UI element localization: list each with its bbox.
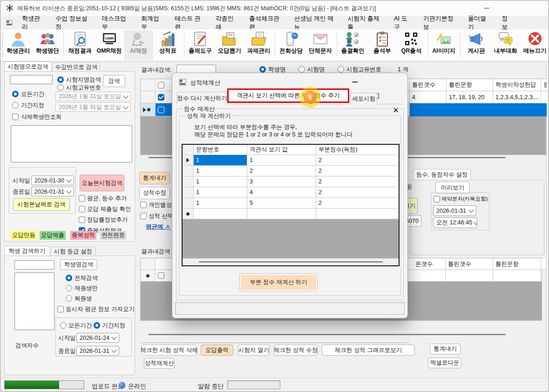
pgrid-r3-c0[interactable]: 1 — [194, 187, 247, 198]
reserve-date-combo[interactable]: 2026-01-31 — [433, 205, 476, 216]
toolbar-attendance-book-button[interactable]: 출석부 — [367, 30, 397, 60]
toolbar-close-menu-button[interactable]: 메뉴끄기 — [520, 30, 549, 60]
pgrid-newrow-c2[interactable] — [316, 209, 399, 219]
pgrid-r3-sel[interactable] — [183, 187, 194, 198]
toolbar-phone-counsel-button[interactable]: 전화상담 — [277, 30, 306, 60]
tab-search-by-class[interactable]: 수강반으로 검색 — [53, 62, 100, 72]
toolbar-exam-tool-button[interactable]: 출제도구 — [186, 30, 215, 60]
student-name-radio[interactable] — [259, 66, 266, 73]
pgrid-r4-c0[interactable]: 1 — [194, 198, 247, 209]
graph-checked-score-button[interactable]: 체크한 성적 그래프로보기 — [322, 345, 415, 356]
pgrid-r1-c1[interactable]: 2 — [247, 166, 316, 176]
s-period-set-radio[interactable] — [94, 322, 100, 329]
withdrawn-radio[interactable] — [66, 295, 72, 302]
reserve-sms-checkbox[interactable] — [434, 196, 440, 203]
newrow-selector-cell[interactable] — [141, 103, 156, 116]
s-end-combo[interactable]: 2026-01-31 — [76, 346, 119, 356]
exam-name-radio[interactable] — [57, 76, 64, 83]
grid2-header-wrong-items[interactable]: 틀린문항 — [493, 258, 541, 270]
header-checkbox[interactable] — [158, 82, 164, 88]
row1-checkbox[interactable] — [158, 94, 164, 101]
pgrid-newrow-c1[interactable] — [247, 209, 316, 219]
pgrid-r3-c2[interactable]: 2 — [316, 187, 399, 198]
pgrid-newrow-c0[interactable] — [194, 209, 247, 219]
menu-item-print[interactable]: 각종인쇄 — [210, 14, 244, 31]
newrow-checkbox[interactable] — [158, 107, 164, 113]
pgrid-r4-c2[interactable]: 2 — [316, 198, 399, 209]
exam-name-radio2[interactable] — [298, 66, 305, 73]
stats-button[interactable]: 통계내기 — [139, 172, 170, 184]
start-date-combo[interactable]: 2026-01-30 — [31, 176, 74, 185]
grid-header-student-answers[interactable]: 학생이작성한답 — [493, 79, 541, 91]
delete-checked-score-button[interactable]: 체크한 시험 성적 삭제 — [142, 345, 197, 356]
menu-item-desk[interactable]: 데스크업무 — [96, 14, 136, 31]
enrolled-radio[interactable] — [66, 285, 72, 291]
grid-header-wrong-items[interactable]: 틀린문항 — [447, 79, 493, 91]
today-exam-search-button[interactable]: 오늘본시험검색 — [80, 175, 124, 191]
edit-checked-score-button[interactable]: 체크한 성적 수정 — [274, 345, 318, 356]
toolbar-internal-chat-button[interactable]: 내부대화 — [491, 30, 520, 60]
avg-info-checkbox[interactable] — [57, 306, 64, 312]
toolbar-wrong-answer-button[interactable]: 오답뽑기 — [215, 30, 244, 60]
menu-item-attendance[interactable]: 출석체크관련 — [244, 14, 288, 31]
menu-item-teacher-menu[interactable]: 선생님 개인 메뉴 — [288, 14, 342, 31]
search-by-exam-date-button[interactable]: 시험본날짜로 검색 — [13, 198, 70, 211]
toolbar-report-card-button[interactable]: 성적표 — [153, 30, 183, 60]
pgrid-r4-sel[interactable] — [183, 198, 194, 209]
grid2-header-wrong-count[interactable]: 틀린갯수 — [446, 258, 493, 270]
all-students-radio[interactable] — [66, 275, 72, 281]
tab-search-by-exam-name[interactable]: 시험명으로검색 — [4, 61, 52, 72]
pgrid-r2-c1[interactable]: 3 — [247, 176, 316, 187]
toolbar-student-list-button[interactable]: 학생명단 — [33, 30, 62, 60]
stats-button-2[interactable]: 통계내기 — [430, 344, 461, 354]
open-exam-paper-button[interactable]: 시험지 열기 — [238, 345, 270, 356]
period-set-radio[interactable] — [12, 102, 19, 108]
pgrid-header-choice[interactable]: 객관식 보기 값 — [247, 145, 316, 155]
dialog-tab-partial-score[interactable]: 객관시 보기 선택에 따른 부분 점수 주기 — [229, 90, 348, 101]
exam-id-radio[interactable] — [57, 84, 64, 91]
exam-listbox[interactable] — [11, 125, 132, 162]
dialog-minimize-icon[interactable] — [346, 75, 364, 89]
exam-name-input[interactable] — [10, 75, 53, 84]
avg-rank-add-checkbox[interactable] — [79, 195, 85, 202]
wrong-answer-print-button[interactable]: 오답출력 — [201, 345, 233, 356]
period-end-combo[interactable]: 2026년 1월 31일 토요일 — [55, 102, 131, 112]
menu-item-open-folder[interactable]: 폴더열기 — [462, 14, 496, 31]
search-button[interactable]: 검색 — [103, 75, 125, 87]
row-selector-cell[interactable] — [141, 91, 156, 103]
excel-download-button[interactable]: 엑셀로다운 — [428, 358, 461, 368]
student-listbox[interactable] — [14, 272, 54, 330]
row-check-cell[interactable] — [156, 91, 172, 103]
dialog-tab-cell-exam[interactable]: 세포시험 — [350, 93, 377, 104]
toolbar-attendance-check-button[interactable]: 출결확인 — [338, 30, 367, 60]
pgrid-r2-sel[interactable] — [183, 176, 194, 187]
menu-item-org-info[interactable]: 기관기본정보 — [418, 14, 462, 31]
pgrid-r2-c2[interactable]: 2 — [316, 176, 399, 187]
all-period-radio[interactable] — [12, 91, 19, 97]
average-link[interactable]: 평균에 ㅅ — [146, 223, 172, 231]
pgrid-r2-c0[interactable]: 1 — [194, 176, 247, 187]
pgrid-header-partial[interactable]: 부분점수(득점) — [316, 145, 399, 155]
menu-item-students[interactable]: 학생관리 — [16, 14, 50, 31]
menu-item-exam-tool[interactable]: 시험지 출제툴 — [342, 14, 388, 31]
toolbar-omr-grading-button[interactable]: OMR OMR채점 — [95, 30, 124, 60]
tab-student-search[interactable]: 학생 검색하기 — [4, 246, 50, 256]
pgrid-r3-c1[interactable]: 4 — [247, 187, 316, 198]
reserve-time-combo[interactable]: 오전 12:46:45 — [433, 217, 477, 228]
period-start-combo[interactable]: 2026년 1월 31일 토요일 — [55, 92, 131, 101]
menu-item-class-settings[interactable]: 수업 정보설정 — [50, 14, 96, 31]
toolbar-qr-attendance-button[interactable]: QR출석 — [397, 30, 426, 60]
partial-score-recalc-button[interactable]: 부분 점수 재계산 하기 — [239, 273, 318, 291]
menu-item-info[interactable]: 정보 — [496, 14, 518, 31]
grid2-hscroll-thumb[interactable] — [149, 334, 506, 335]
s-all-period-radio[interactable] — [60, 322, 67, 329]
grid-header-wrong-count[interactable]: 틀린갯수 — [410, 79, 447, 91]
tab-exam-grade-setting[interactable]: 시험 등급 설정 — [51, 247, 95, 256]
personal-score-checkbox[interactable] — [140, 202, 147, 208]
grid-header-rank-frag[interactable]: 등 — [541, 79, 547, 91]
pgrid-r0-sel[interactable] — [183, 155, 194, 166]
pgrid-r0-c1[interactable]: 1 — [247, 155, 316, 166]
student-name-search-button[interactable]: 학생명검색 — [60, 259, 97, 270]
pgrid-header-item-no[interactable]: 문항번호 — [194, 145, 247, 155]
newrow-check-cell[interactable] — [156, 103, 172, 116]
